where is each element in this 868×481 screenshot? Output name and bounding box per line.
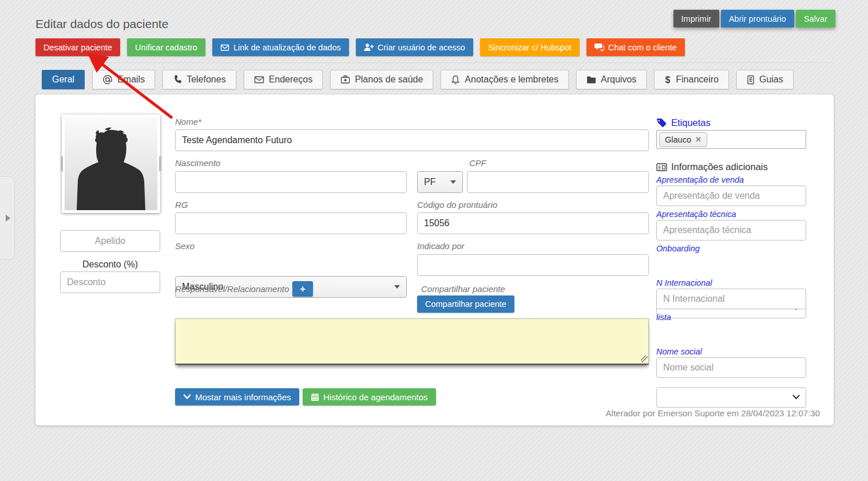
technical-presentation-input[interactable] [656,220,806,240]
lista-select[interactable] [656,387,806,408]
photo-resize-grip-right [159,156,161,171]
responsible-label: Responsável/Relacionamento [175,284,289,294]
referred-by-input[interactable] [417,254,649,276]
tab-anotacoes-lembretes[interactable]: Anotações e lembretes [441,70,569,89]
id-card-icon [656,163,667,172]
name-input[interactable] [175,129,649,151]
unify-register-button[interactable]: Unificar cadastro [127,38,205,56]
cpf-label: CPF [469,158,486,168]
additional-info-header: Informações adicionais [656,161,768,172]
record-code-label: Código do prontuário [417,200,497,210]
social-name-input[interactable] [656,357,806,378]
data-update-link-button[interactable]: Link de atualização de dados [212,38,349,56]
calendar-icon [311,393,319,401]
divider [35,62,834,63]
rg-label: RG [175,200,188,210]
tab-geral[interactable]: Geral [42,70,85,89]
tab-financeiro[interactable]: $ Financeiro [654,70,729,89]
chevron-right-icon [6,215,10,222]
technical-presentation-label: Apresentação técnica [656,210,736,219]
open-record-button[interactable]: Abrir prontuário [721,10,794,27]
tag-icon [656,118,667,128]
birth-input[interactable] [175,171,407,193]
show-more-info-button[interactable]: Mostar mais informações [175,388,299,405]
user-plus-icon [364,43,374,52]
tags-input-box[interactable]: Glauco ✕ [656,130,806,149]
tab-planos-saude[interactable]: Planos de saúde [330,70,433,89]
print-button[interactable]: Imprimir [673,10,719,27]
dollar-icon: $ [664,75,671,85]
chat-client-button[interactable]: Chat com o cliente [586,38,685,56]
bell-icon [451,75,460,85]
create-access-user-button[interactable]: Criar usuário de acesso [356,38,473,56]
photo-resize-grip-left [61,156,63,171]
add-responsible-button[interactable]: + [292,281,313,297]
medkit-icon [340,75,350,84]
audit-text: Alterador por Emerson Suporte em 28/04/2… [606,408,820,418]
tag-chip: Glauco ✕ [659,132,707,147]
page-title: Editar dados do paciente [35,17,168,31]
patient-edit-screen: Editar dados do paciente Imprimir Abrir … [0,0,868,481]
remove-tag-icon[interactable]: ✕ [695,135,701,144]
deactivate-patient-button[interactable]: Desativar paciente [35,38,120,56]
n-internacional-input[interactable] [656,289,806,309]
patient-photo[interactable] [62,115,160,213]
chat-bubbles-icon [594,43,604,52]
tab-enderecos[interactable]: Endereços [244,70,323,89]
at-icon [102,74,113,85]
top-toolbar: Imprimir Abrir prontuário Salvar [673,10,835,27]
rg-input[interactable] [175,212,407,234]
tab-arquivos[interactable]: Arquivos [576,70,647,89]
patient-actions-row: Desativar paciente Unificar cadastro Lin… [35,38,685,56]
tab-bar: Geral Emails Telefones Endereços Planos … [42,70,794,89]
envelope-icon [220,43,229,52]
social-name-label: Nome social [656,347,702,356]
save-button[interactable]: Salvar [796,10,835,27]
record-code-input[interactable] [417,212,649,234]
sales-presentation-label: Apresentação de venda [656,175,744,184]
envelope-icon [254,75,264,84]
sex-label: Sexo [175,241,195,251]
caret-down-icon [394,285,400,289]
folder-icon [586,76,596,84]
notes-textarea[interactable] [175,318,649,365]
share-patient-label: Compartilhar paciente [421,284,505,294]
nickname-input[interactable] [60,230,160,252]
chevron-down-icon [792,395,800,400]
birth-label: Nascimento [175,158,220,168]
document-icon [747,75,755,85]
sync-hubspot-button[interactable]: Sincronizar c/ Hubspot [480,38,580,56]
discount-label: Desconto (%) [60,259,160,270]
person-type-select[interactable]: PF [417,171,463,193]
phone-icon [173,75,182,84]
sales-presentation-input[interactable] [656,186,806,206]
discount-input[interactable] [60,271,160,293]
tab-emails[interactable]: Emails [92,70,155,89]
n-internacional-label: N Internacional [656,278,712,287]
chevron-down-icon [183,393,191,400]
tab-guias[interactable]: Guias [736,70,794,89]
tab-telefones[interactable]: Telefones [162,70,236,89]
lista-label: lista [656,313,671,322]
referred-by-label: Indicado por [417,241,465,251]
appointment-history-button[interactable]: Histórico de agendamentos [303,388,436,405]
tags-section-header[interactable]: Etiquetas [656,117,711,128]
photo-placeholder-silhouette [65,117,157,210]
patient-form-card: Desconto (%) Nome* Nascimento CPF PF RG … [35,94,834,425]
svg-text:$: $ [665,75,671,85]
cpf-input[interactable] [467,171,649,193]
caret-down-icon [450,180,456,184]
side-drawer-toggle[interactable] [0,176,15,260]
name-label: Nome* [175,117,201,127]
share-patient-button[interactable]: Compartilhar paciente [417,295,514,313]
onboarding-label: Onboarding [656,244,700,253]
